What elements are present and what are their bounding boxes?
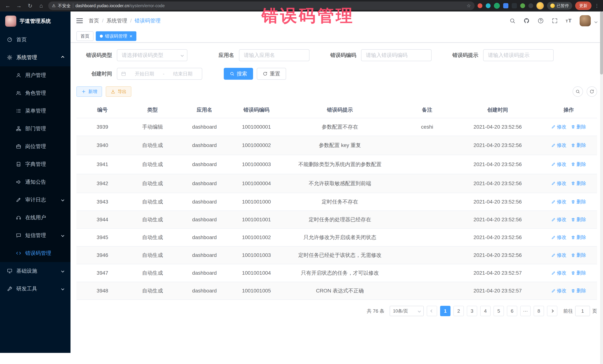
- edit-link[interactable]: 修改: [551, 161, 567, 167]
- page-button[interactable]: 5: [494, 306, 504, 316]
- sidebar-item-notice-management[interactable]: 通知公告: [0, 173, 70, 191]
- toggle-search-button[interactable]: [573, 86, 583, 97]
- table-row: 3948自动生成dashboard1001001005CRON 表达式不正确20…: [76, 282, 597, 300]
- delete-link[interactable]: 删除: [571, 252, 586, 258]
- sidebar-item-home[interactable]: 首页: [0, 31, 70, 49]
- error-code-input[interactable]: [361, 49, 431, 61]
- delete-link[interactable]: 删除: [571, 161, 586, 167]
- page-scrollbar[interactable]: [600, 11, 603, 364]
- edit-link[interactable]: 修改: [551, 287, 567, 294]
- error-hint-input[interactable]: [483, 49, 554, 61]
- edit-link[interactable]: 修改: [551, 199, 567, 205]
- edit-link[interactable]: 修改: [551, 252, 567, 258]
- extension-icon[interactable]: [520, 3, 525, 8]
- extension-icon[interactable]: [486, 3, 491, 8]
- edit-link[interactable]: 修改: [551, 234, 567, 241]
- next-page-button[interactable]: [547, 306, 557, 316]
- avatar-caret-icon[interactable]: [595, 17, 597, 24]
- sidebar-item-online-users[interactable]: 在线用户: [0, 209, 70, 226]
- page-button[interactable]: 1: [440, 306, 451, 316]
- page-button[interactable]: 3: [467, 306, 477, 316]
- page-size-select[interactable]: 10条/页: [390, 306, 424, 316]
- help-icon[interactable]: [537, 18, 544, 24]
- page-button[interactable]: 2: [453, 306, 464, 316]
- edit-link[interactable]: 修改: [551, 124, 567, 130]
- fullscreen-icon[interactable]: [552, 18, 558, 24]
- sidebar-item-post-management[interactable]: 岗位管理: [0, 138, 70, 155]
- pages-ellipsis[interactable]: ···: [520, 306, 531, 316]
- delete-link[interactable]: 删除: [571, 270, 586, 276]
- page-button[interactable]: 8: [533, 306, 544, 316]
- main-panel: 首页 / 系统管理 / 错误码管理 TT 首页: [70, 11, 603, 364]
- delete-link[interactable]: 删除: [571, 199, 586, 205]
- back-button[interactable]: ←: [4, 3, 12, 9]
- search-button[interactable]: 搜索: [224, 68, 253, 80]
- sidebar-item-sms-management[interactable]: 短信管理: [0, 226, 70, 244]
- chrome-menu-icon[interactable]: ⋮: [594, 3, 599, 9]
- chevron-down-icon: [62, 199, 64, 201]
- scrollbar-thumb[interactable]: [600, 11, 603, 75]
- reload-button[interactable]: ↻: [26, 3, 34, 9]
- extension-icon[interactable]: [512, 3, 517, 8]
- search-icon[interactable]: [509, 18, 516, 24]
- sidebar-item-user-management[interactable]: 用户管理: [0, 66, 70, 84]
- refresh-table-button[interactable]: [587, 86, 597, 97]
- hamburger-icon[interactable]: [76, 18, 83, 23]
- github-icon[interactable]: [523, 18, 530, 24]
- trash-icon: [571, 271, 575, 275]
- date-range-picker[interactable]: 开始日期 - 结束日期: [117, 68, 202, 80]
- table-row: 3947自动生成dashboard1001001004只有开启状态的任务，才可以…: [76, 264, 597, 282]
- add-button[interactable]: 新增: [76, 86, 102, 97]
- delete-link[interactable]: 删除: [571, 124, 586, 130]
- edit-link[interactable]: 修改: [551, 142, 567, 148]
- sidebar-item-system-management[interactable]: 系统管理: [0, 49, 70, 66]
- edit-link[interactable]: 修改: [551, 216, 567, 223]
- extension-icon[interactable]: [503, 3, 508, 8]
- update-button[interactable]: 更新: [575, 1, 591, 10]
- tab-error-code-management[interactable]: 错误码管理 ×: [96, 31, 136, 41]
- error-code-type-select[interactable]: 请选择错误码类型: [117, 49, 187, 61]
- reset-button[interactable]: 重置: [257, 68, 286, 80]
- forward-button[interactable]: →: [15, 3, 23, 9]
- extension-icon[interactable]: [477, 3, 482, 8]
- edit-link[interactable]: 修改: [551, 180, 567, 187]
- browser-profile-avatar[interactable]: [536, 2, 544, 10]
- paused-badge[interactable]: 已暂停: [547, 2, 572, 10]
- home-button[interactable]: ⌂: [37, 3, 45, 9]
- tab-home[interactable]: 首页: [76, 31, 93, 41]
- sidebar-item-infrastructure[interactable]: 基础设施: [0, 262, 70, 280]
- page-button[interactable]: 6: [507, 306, 517, 316]
- address-bar[interactable]: ⚠ 不安全 dashboard.yudao.iocoder.cn/system/…: [48, 1, 475, 10]
- trash-icon: [571, 181, 575, 186]
- table-row: 3943自动生成dashboard1001001000定时任务不存在2021-0…: [76, 193, 597, 211]
- sidebar-item-menu-management[interactable]: 菜单管理: [0, 102, 70, 120]
- pin-extension-icon[interactable]: [528, 3, 533, 8]
- logo[interactable]: 芋道管理系统: [0, 11, 70, 31]
- plus-icon: [81, 89, 86, 94]
- prev-page-button[interactable]: [427, 306, 437, 316]
- close-icon[interactable]: ×: [129, 34, 132, 39]
- delete-link[interactable]: 删除: [571, 234, 586, 241]
- breadcrumb-item[interactable]: 系统管理: [106, 17, 127, 24]
- delete-link[interactable]: 删除: [571, 287, 586, 294]
- sidebar-item-dict-management[interactable]: 字典管理: [0, 155, 70, 173]
- edit-link[interactable]: 修改: [551, 270, 567, 276]
- filter-label: 错误码提示: [443, 52, 478, 59]
- sidebar-item-audit-log[interactable]: 审计日志: [0, 191, 70, 209]
- app-name-input[interactable]: [239, 49, 310, 61]
- sidebar-item-department-management[interactable]: 部门管理: [0, 120, 70, 138]
- sidebar-item-error-code-management[interactable]: 错误码管理: [0, 244, 70, 262]
- sidebar-item-devtools[interactable]: 研发工具: [0, 280, 70, 298]
- delete-link[interactable]: 删除: [571, 216, 586, 223]
- extension-icon[interactable]: [494, 3, 500, 9]
- sidebar-item-role-management[interactable]: 角色管理: [0, 84, 70, 102]
- breadcrumb-item[interactable]: 首页: [89, 17, 99, 24]
- font-size-icon[interactable]: TT: [566, 18, 572, 24]
- goto-page-input[interactable]: [575, 306, 590, 316]
- bookmark-star-icon[interactable]: ☆: [467, 3, 471, 9]
- delete-link[interactable]: 删除: [571, 180, 586, 187]
- user-avatar[interactable]: [580, 15, 591, 26]
- page-button[interactable]: 4: [480, 306, 491, 316]
- delete-link[interactable]: 删除: [571, 142, 586, 148]
- export-button[interactable]: 导出: [106, 86, 131, 97]
